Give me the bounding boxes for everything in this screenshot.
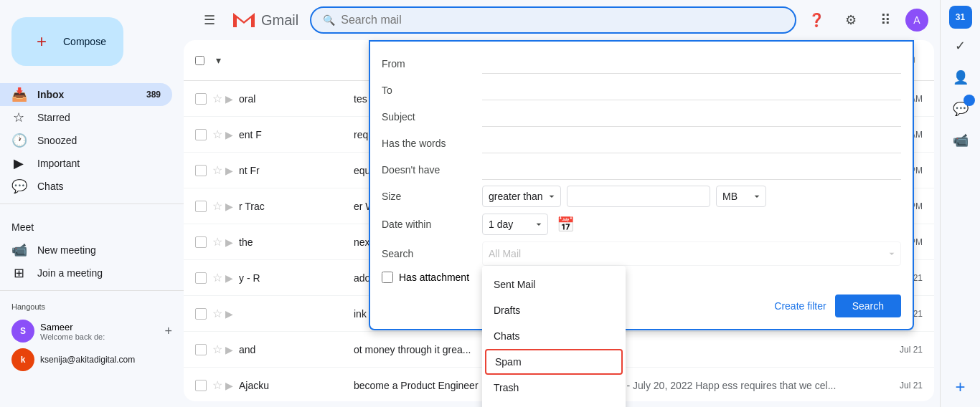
hangout-user-sameer[interactable]: S Sameer Welcome back de: +: [11, 317, 172, 345]
sidebar-item-label: New meeting: [37, 244, 96, 256]
has-attachment-checkbox[interactable]: [382, 272, 393, 283]
folder-chats[interactable]: Chats: [482, 323, 626, 349]
subject-input[interactable]: [482, 106, 901, 127]
compose-label: Compose: [63, 36, 106, 47]
folder-spam[interactable]: Spam: [485, 349, 623, 375]
attachment-row: Has attachment: [382, 272, 901, 283]
folder-sent-mail[interactable]: Sent Mail: [482, 272, 626, 297]
sidebar-item-label: Starred: [37, 112, 70, 123]
select-all-checkbox[interactable]: [195, 56, 204, 65]
doesnt-have-input[interactable]: [482, 159, 901, 180]
main-area: ☰ Gmail 🔍 ❓ ⚙ ⠿ A: [184, 0, 940, 407]
email-checkbox[interactable]: [195, 236, 207, 248]
star-icon[interactable]: ☆: [212, 128, 222, 141]
apps-icon: ⠿: [880, 11, 891, 29]
from-input[interactable]: [482, 53, 901, 74]
important-marker: ▶: [225, 236, 233, 248]
email-checkbox[interactable]: [195, 129, 207, 140]
star-icon[interactable]: ☆: [212, 92, 222, 105]
sidebar-item-label: Join a meeting: [37, 267, 103, 279]
sidebar-item-chats[interactable]: 💬 Chats: [0, 175, 172, 198]
sidebar-item-new-meeting[interactable]: 📹 New meeting: [0, 239, 172, 262]
avatar: k: [11, 348, 34, 371]
date-row: Date within 1 day 3 days 1 week 2 weeks …: [382, 213, 901, 236]
filter-actions: Create filter Search: [382, 295, 901, 317]
email-checkbox[interactable]: [195, 344, 207, 355]
folder-mail-spam-trash[interactable]: Mail & Spam & Trash: [482, 401, 626, 407]
hamburger-icon: ☰: [204, 12, 215, 28]
calendar-button[interactable]: 📅: [554, 213, 578, 236]
sidebar-item-snoozed[interactable]: 🕐 Snoozed: [0, 129, 172, 152]
help-button[interactable]: ❓: [802, 6, 831, 34]
date-controls: 1 day 3 days 1 week 2 weeks 1 month 2 mo…: [482, 213, 578, 236]
hangout-name: Sameer: [40, 322, 105, 332]
folder-dropdown: Sent Mail Drafts Chats Spam Trash Mail &…: [482, 266, 626, 407]
apps-button[interactable]: ⠿: [871, 6, 900, 34]
doesnt-have-row: Doesn't have: [382, 159, 901, 180]
subject-label: Subject: [382, 111, 482, 123]
add-widget-button[interactable]: +: [946, 373, 975, 401]
to-label: To: [382, 85, 482, 96]
add-hangout-icon[interactable]: +: [164, 324, 172, 339]
sidebar-item-label: Chats: [37, 181, 64, 192]
sidebar-item-starred[interactable]: ☆ Starred: [0, 106, 172, 129]
star-icon[interactable]: ☆: [212, 199, 222, 213]
search-dropdown-container: All Mail Sent Mail Drafts Chats Spam Tra…: [482, 241, 901, 266]
search-bar[interactable]: 🔍: [310, 6, 796, 34]
starred-icon: ☆: [11, 110, 26, 125]
meet-icon-btn[interactable]: 📹: [946, 126, 975, 155]
sidebar-item-label: Important: [37, 158, 80, 169]
calendar-icon-btn[interactable]: 31: [949, 6, 972, 29]
star-icon[interactable]: ☆: [212, 163, 222, 177]
star-icon[interactable]: ☆: [212, 271, 222, 284]
email-checkbox[interactable]: [195, 272, 207, 284]
folder-trash[interactable]: Trash: [482, 375, 626, 401]
search-filter-overlay: From To Subject Has the words Doesn't ha…: [369, 40, 914, 330]
chat-icon-btn[interactable]: 💬: [946, 95, 975, 123]
search-input[interactable]: [341, 14, 783, 27]
size-value-input[interactable]: [567, 186, 710, 207]
menu-button[interactable]: ☰: [195, 6, 224, 34]
email-checkbox[interactable]: [195, 93, 207, 105]
important-marker: ▶: [225, 129, 233, 140]
size-comparison-select[interactable]: greater than less than: [482, 186, 561, 207]
email-checkbox[interactable]: [195, 201, 207, 212]
email-checkbox[interactable]: [195, 380, 207, 391]
star-icon[interactable]: ☆: [212, 235, 222, 249]
sidebar-item-inbox[interactable]: 📥 Inbox 389: [0, 83, 172, 106]
from-row: From: [382, 53, 901, 74]
sidebar-item-label: Snoozed: [37, 135, 77, 146]
size-unit-select[interactable]: MB GB KB Bytes: [716, 186, 766, 207]
date-select[interactable]: 1 day 3 days 1 week 2 weeks 1 month 2 mo…: [482, 214, 548, 235]
compose-button[interactable]: + Compose: [11, 17, 123, 66]
size-row: Size greater than less than MB GB KB Byt…: [382, 186, 901, 207]
user-avatar[interactable]: A: [905, 9, 928, 32]
important-marker: ▶: [225, 308, 233, 320]
size-controls: greater than less than MB GB KB Bytes: [482, 186, 766, 207]
star-icon[interactable]: ☆: [212, 378, 222, 392]
star-icon[interactable]: ☆: [212, 307, 222, 320]
size-label: Size: [382, 191, 482, 202]
search-button[interactable]: Search: [835, 295, 901, 317]
tasks-icon-btn[interactable]: ✓: [946, 32, 975, 60]
hangout-user-ksenija[interactable]: k ksenija@akitadigital.com: [11, 345, 172, 374]
star-icon[interactable]: ☆: [212, 343, 222, 356]
chat-badge: [963, 95, 975, 106]
search-folder-select[interactable]: All Mail: [482, 241, 901, 266]
hangouts-title: Hangouts: [11, 302, 172, 311]
from-label: From: [382, 58, 482, 70]
sidebar-item-important[interactable]: ▶ Important: [0, 152, 172, 175]
video-icon: 📹: [11, 242, 26, 258]
important-marker: ▶: [225, 344, 233, 355]
settings-button[interactable]: ⚙: [837, 6, 865, 34]
contacts-icon-btn[interactable]: 👤: [946, 63, 975, 92]
sidebar-item-join-meeting[interactable]: ⊞ Join a meeting: [0, 262, 172, 284]
email-checkbox[interactable]: [195, 165, 207, 176]
dropdown-icon[interactable]: ▾: [216, 54, 221, 66]
to-input[interactable]: [482, 80, 901, 100]
create-filter-button[interactable]: Create filter: [774, 300, 826, 312]
email-checkbox[interactable]: [195, 308, 207, 320]
important-marker: ▶: [225, 380, 233, 391]
has-words-input[interactable]: [482, 133, 901, 153]
folder-drafts[interactable]: Drafts: [482, 297, 626, 323]
